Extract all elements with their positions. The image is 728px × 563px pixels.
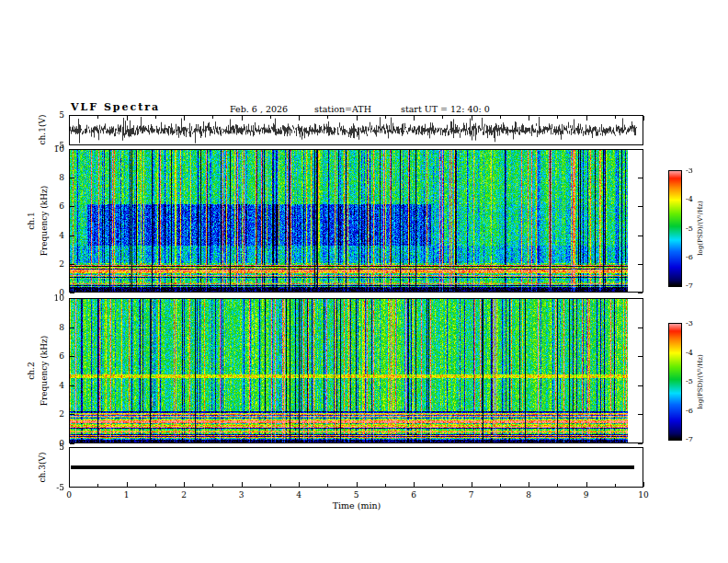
ch1-spec-channel-label: ch.1 xyxy=(27,212,36,229)
tick-mark xyxy=(472,482,472,487)
time-tick-label: 7 xyxy=(462,490,481,500)
ch3-waveform-canvas xyxy=(70,448,643,487)
colorbar-tick-label: -5 xyxy=(686,377,702,386)
ch2-spectrogram-canvas xyxy=(70,299,643,442)
tick-mark xyxy=(638,264,643,265)
colorbar-ch1 xyxy=(668,170,682,287)
tick-mark xyxy=(70,443,74,444)
tick-mark xyxy=(184,482,185,487)
tick-mark xyxy=(414,116,415,121)
tick-mark xyxy=(615,116,616,119)
tick-mark xyxy=(299,116,300,121)
colorbar-tick-label: -7 xyxy=(686,435,702,444)
tick-mark xyxy=(70,385,74,386)
freq-tick-label: 2 xyxy=(44,409,64,419)
tick-mark xyxy=(638,327,643,328)
tick-mark xyxy=(327,116,328,119)
time-tick-label: 5 xyxy=(347,490,366,500)
freq-tick-label: 8 xyxy=(44,173,64,182)
tick-mark xyxy=(70,298,74,299)
ch2-spec-channel-label: ch.2 xyxy=(27,362,36,379)
tick-mark xyxy=(500,484,501,487)
tick-mark xyxy=(299,482,300,487)
tick-mark xyxy=(242,482,243,487)
tick-mark xyxy=(638,206,643,207)
tick-mark xyxy=(70,414,74,415)
tick-mark xyxy=(500,116,501,119)
time-tick-label: 8 xyxy=(519,490,538,500)
time-axis-label: Time (min) xyxy=(311,500,403,511)
tick-mark xyxy=(442,484,443,487)
colorbar-tick-label: -4 xyxy=(686,195,702,204)
figure-station: station=ATH xyxy=(314,104,371,114)
tick-mark xyxy=(586,116,587,121)
time-tick-label: 10 xyxy=(634,490,653,500)
freq-tick-label: 2 xyxy=(44,259,64,269)
tick-mark xyxy=(643,116,644,121)
tick-mark xyxy=(638,149,643,150)
tick-mark xyxy=(638,236,643,236)
tick-mark xyxy=(638,414,643,415)
tick-mark xyxy=(638,178,643,178)
tick-mark xyxy=(557,484,558,487)
tick-mark xyxy=(70,178,74,178)
tick-mark xyxy=(472,116,472,121)
colorbar-ch2-canvas xyxy=(669,324,681,440)
tick-mark xyxy=(127,482,128,487)
tick-mark xyxy=(97,484,98,487)
colorbar-tick-label: -4 xyxy=(686,349,702,358)
volt-tick-label: 5 xyxy=(44,110,64,120)
tick-mark xyxy=(557,116,558,119)
tick-mark xyxy=(69,482,70,487)
tick-mark xyxy=(529,116,529,121)
freq-tick-label: 6 xyxy=(44,201,64,211)
colorbar-tick-label: -6 xyxy=(686,407,702,416)
tick-mark xyxy=(357,482,358,487)
colorbar-tick-label: -3 xyxy=(686,167,702,176)
tick-mark xyxy=(385,484,386,487)
volt-tick-label: 5 xyxy=(44,442,64,452)
tick-mark xyxy=(155,484,156,487)
figure-start-ut: start UT = 12: 40: 0 xyxy=(401,104,490,114)
tick-mark xyxy=(70,149,74,150)
tick-mark xyxy=(615,484,616,487)
volt-tick-label: -5 xyxy=(44,483,64,492)
tick-mark xyxy=(442,116,443,119)
tick-mark xyxy=(638,356,643,357)
tick-mark xyxy=(212,116,213,119)
tick-mark xyxy=(586,482,587,487)
volt-tick-label: -5 xyxy=(44,141,64,150)
tick-mark xyxy=(385,116,386,119)
tick-mark xyxy=(70,236,74,236)
tick-mark xyxy=(270,484,271,487)
ch1-spec-frequency-label: Frequency (kHz) xyxy=(40,186,49,257)
ch1-spectrogram-canvas xyxy=(70,150,643,292)
time-tick-label: 2 xyxy=(175,490,193,500)
freq-tick-label: 4 xyxy=(44,381,64,390)
vlf-spectra-figure: VLF Spectra Feb. 6 , 2026 station=ATH st… xyxy=(0,0,728,563)
tick-mark xyxy=(638,298,643,299)
tick-mark xyxy=(69,116,70,121)
figure-title: VLF Spectra xyxy=(71,101,160,113)
tick-mark xyxy=(357,116,358,121)
time-tick-label: 3 xyxy=(233,490,251,500)
ch1-spectrogram-panel xyxy=(69,149,643,293)
tick-mark xyxy=(70,327,74,328)
time-tick-label: 4 xyxy=(290,490,308,500)
tick-mark xyxy=(127,116,128,121)
colorbar-ch1-canvas xyxy=(669,171,681,286)
tick-mark xyxy=(70,206,74,207)
tick-mark xyxy=(414,482,415,487)
tick-mark xyxy=(643,482,644,487)
colorbar-tick-label: -7 xyxy=(686,282,702,291)
tick-mark xyxy=(638,385,643,386)
tick-mark xyxy=(638,443,643,444)
freq-tick-label: 10 xyxy=(44,293,64,303)
tick-mark xyxy=(97,116,98,119)
colorbar-tick-label: -5 xyxy=(686,224,702,234)
freq-tick-label: 8 xyxy=(44,323,64,332)
tick-mark xyxy=(184,116,185,121)
tick-mark xyxy=(212,484,213,487)
tick-mark xyxy=(529,482,529,487)
tick-mark xyxy=(70,264,74,265)
